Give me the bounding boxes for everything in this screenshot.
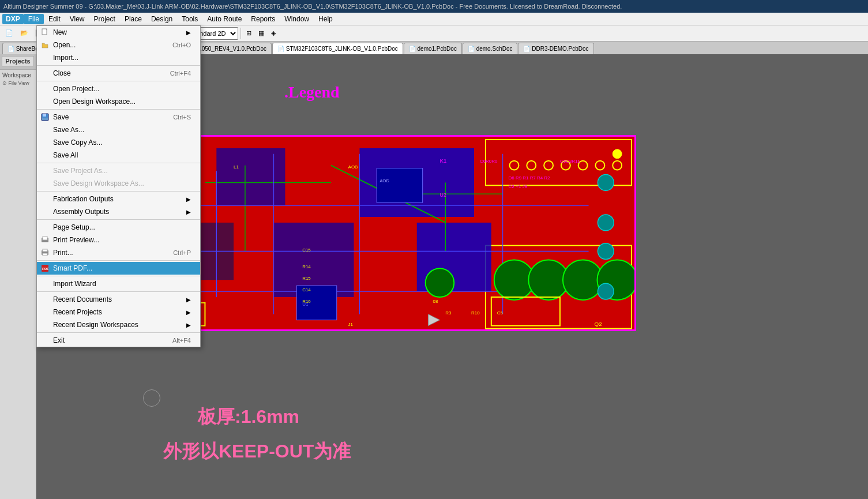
menu-item-fab-outputs[interactable]: Fabrication Outputs ▶ bbox=[37, 193, 200, 205]
assembly-submenu-arrow: ▶ bbox=[186, 209, 191, 215]
svg-text:C6C3R11: C6C3R11 bbox=[560, 159, 580, 164]
menu-item-new[interactable]: New ▶ bbox=[37, 26, 200, 39]
menu-div-6 bbox=[37, 219, 200, 220]
menu-tools[interactable]: Tools bbox=[177, 14, 202, 24]
menu-item-open[interactable]: Open... Ctrl+O bbox=[37, 39, 200, 51]
menu-project[interactable]: Project bbox=[89, 14, 120, 24]
svg-text:R16: R16 bbox=[302, 299, 311, 304]
menu-autoroute[interactable]: Auto Route bbox=[202, 14, 246, 24]
title-bar: Altium Designer Summer 09 - G:\03.Maker_… bbox=[0, 0, 868, 13]
new-submenu-arrow: ▶ bbox=[186, 29, 191, 36]
menu-item-smart-pdf[interactable]: PDF Smart PDF... bbox=[37, 262, 200, 275]
tb-sep5 bbox=[241, 28, 241, 39]
recent-docs-arrow: ▶ bbox=[186, 297, 191, 303]
tab-5[interactable]: 📄 DDR3-DEMO.PcbDoc bbox=[518, 43, 593, 54]
tb-grid[interactable]: ⊞ bbox=[243, 28, 254, 39]
svg-point-32 bbox=[598, 215, 614, 231]
menu-div-2 bbox=[37, 81, 200, 81]
svg-text:C0R0R0: C0R0R0 bbox=[480, 159, 498, 164]
menu-item-save-workspace-as[interactable]: Save Design Workspace As... bbox=[37, 177, 200, 190]
svg-rect-77 bbox=[42, 118, 48, 120]
menu-item-save-project-as[interactable]: Save Project As... bbox=[37, 164, 200, 177]
menu-item-import-wizard[interactable]: Import Wizard bbox=[37, 277, 200, 290]
pcb-text-2: 外形以KEEP-OUT为准 bbox=[163, 439, 351, 464]
menu-window[interactable]: Window bbox=[280, 14, 314, 24]
menu-reports[interactable]: Reports bbox=[246, 14, 280, 24]
tab-2[interactable]: 📄 STM32F103C8T6_JLINK-OB_V1.0.PcbDoc bbox=[272, 43, 403, 54]
menu-bar: DXP File Edit View Project Place Design … bbox=[0, 13, 868, 25]
menu-place[interactable]: Place bbox=[120, 14, 146, 24]
svg-text:K1: K1 bbox=[439, 157, 447, 164]
tb-new[interactable]: 📄 bbox=[2, 28, 16, 39]
menu-item-recent-workspaces[interactable]: Recent Design Workspaces ▶ bbox=[37, 318, 200, 331]
svg-rect-79 bbox=[43, 237, 47, 240]
legend-text: .Legend bbox=[284, 83, 340, 102]
svg-text:U2: U2 bbox=[439, 192, 446, 198]
projects-tab[interactable]: Projects bbox=[2, 56, 34, 66]
svg-text:C14: C14 bbox=[302, 287, 311, 292]
svg-text:AOB: AOB bbox=[348, 164, 358, 170]
title-text: Altium Designer Summer 09 - G:\03.Maker_… bbox=[3, 3, 622, 10]
menu-div-3 bbox=[37, 109, 200, 110]
tab-4[interactable]: 📄 demo.SchDoc bbox=[463, 43, 518, 54]
menu-view[interactable]: View bbox=[65, 14, 89, 24]
tb-open[interactable]: 📂 bbox=[17, 28, 31, 39]
menu-item-import[interactable]: Import... bbox=[37, 51, 200, 64]
new-icon bbox=[39, 28, 51, 36]
menu-div-7 bbox=[37, 260, 200, 261]
save-icon bbox=[39, 113, 51, 121]
menu-dxp[interactable]: DXP bbox=[2, 14, 24, 24]
menu-div-1 bbox=[37, 65, 200, 66]
tb-layer[interactable]: ▦ bbox=[255, 28, 267, 39]
menu-help[interactable]: Help bbox=[314, 14, 337, 24]
menu-item-print[interactable]: Print... Ctrl+P bbox=[37, 246, 200, 259]
smart-pdf-icon: PDF bbox=[39, 264, 51, 272]
svg-point-71 bbox=[426, 268, 454, 297]
svg-text:R3: R3 bbox=[445, 310, 452, 316]
svg-text:J1: J1 bbox=[348, 322, 354, 327]
menu-div-8 bbox=[37, 276, 200, 276]
workspace-label: Workspace bbox=[1, 71, 35, 80]
menu-item-recent-projects[interactable]: Recent Projects ▶ bbox=[37, 306, 200, 318]
menu-item-assembly-outputs[interactable]: Assembly Outputs ▶ bbox=[37, 205, 200, 218]
svg-text:L1: L1 bbox=[234, 164, 239, 170]
svg-text:D6 R9 R1 R7 R4 R2: D6 R9 R1 R7 R4 R2 bbox=[509, 175, 550, 181]
svg-rect-81 bbox=[43, 249, 47, 252]
print-preview-icon bbox=[39, 236, 51, 244]
menu-item-open-project[interactable]: Open Project... bbox=[37, 82, 200, 95]
left-panel: Projects Workspace ⊙ File View bbox=[0, 54, 36, 499]
menu-item-save[interactable]: Save Ctrl+S bbox=[37, 111, 200, 123]
menu-item-close[interactable]: Close Ctrl+F4 bbox=[37, 67, 200, 80]
tb-3d[interactable]: ◈ bbox=[268, 28, 279, 39]
tab-3[interactable]: 📄 demo1.PcbDoc bbox=[404, 43, 462, 54]
menu-div-9 bbox=[37, 291, 200, 292]
menu-item-recent-docs[interactable]: Recent Documents ▶ bbox=[37, 293, 200, 306]
menu-item-save-all[interactable]: Save All bbox=[37, 149, 200, 162]
menu-file[interactable]: File bbox=[24, 14, 44, 24]
menu-item-save-as[interactable]: Save As... bbox=[37, 123, 200, 136]
svg-point-33 bbox=[598, 243, 614, 260]
svg-point-31 bbox=[598, 175, 614, 191]
menu-item-save-copy[interactable]: Save Copy As... bbox=[37, 136, 200, 149]
svg-rect-3 bbox=[216, 148, 285, 205]
recent-workspaces-arrow: ▶ bbox=[186, 322, 191, 328]
svg-text:R14: R14 bbox=[302, 264, 311, 269]
svg-text:Q2: Q2 bbox=[594, 321, 602, 327]
svg-rect-47 bbox=[377, 168, 422, 203]
menu-item-exit[interactable]: Exit Alt+F4 bbox=[37, 334, 200, 347]
svg-rect-82 bbox=[43, 253, 47, 256]
menu-div-5 bbox=[37, 191, 200, 192]
svg-text:C5: C5 bbox=[497, 310, 503, 316]
svg-rect-76 bbox=[43, 114, 46, 117]
svg-rect-73 bbox=[42, 29, 47, 35]
menu-item-print-preview[interactable]: Print Preview... bbox=[37, 234, 200, 246]
fab-submenu-arrow: ▶ bbox=[186, 196, 191, 202]
menu-item-page-setup[interactable]: Page Setup... bbox=[37, 221, 200, 234]
pcb-board: USB1 PWRD Q2 R3 K1 C0R0R0 C6C3R11 D6 R9 … bbox=[157, 135, 636, 331]
menu-div-4 bbox=[37, 163, 200, 163]
menu-item-open-workspace[interactable]: Open Design Workspace... bbox=[37, 95, 200, 108]
svg-text:R15: R15 bbox=[302, 276, 311, 281]
menu-design[interactable]: Design bbox=[146, 14, 177, 24]
file-view-tab[interactable]: ⊙ File View bbox=[1, 80, 35, 87]
menu-edit[interactable]: Edit bbox=[44, 14, 65, 24]
